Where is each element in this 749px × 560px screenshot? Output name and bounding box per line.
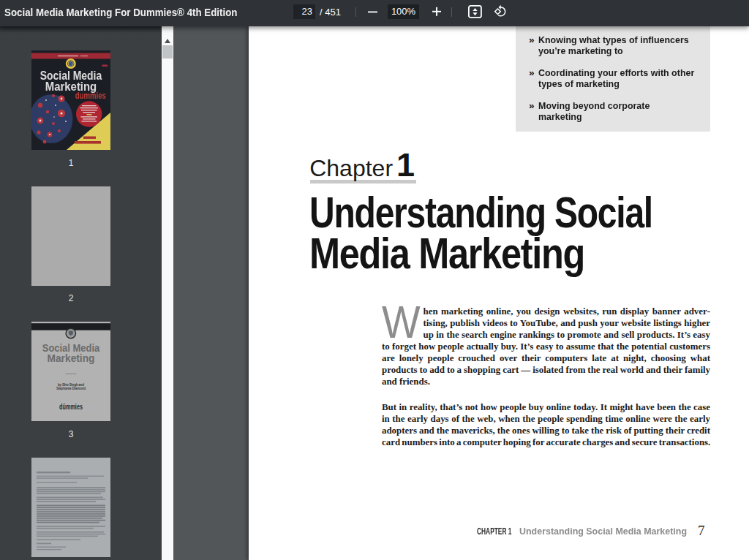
svg-text:Stephanie Diamond: Stephanie Diamond bbox=[56, 387, 86, 390]
svg-text:dümmies: dümmies bbox=[59, 404, 83, 412]
svg-text:dummies: dummies bbox=[75, 91, 106, 101]
svg-text:Marketing: Marketing bbox=[48, 352, 95, 364]
